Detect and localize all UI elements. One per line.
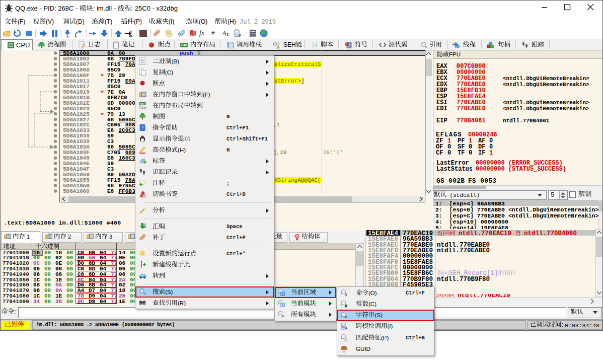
- svg-text:1: 1: [27, 234, 30, 240]
- svg-text:(H): (H): [178, 147, 186, 153]
- svg-text:-: -: [114, 5, 116, 12]
- svg-text::: :: [14, 308, 16, 315]
- svg-text:01: 01: [143, 226, 146, 229]
- svg-text:?: ?: [141, 125, 143, 130]
- svg-text:-: -: [76, 5, 78, 12]
- svg-text:(C): (C): [165, 69, 173, 75]
- svg-text:im.dll: im.dll: [97, 5, 112, 12]
- svg-text:(I): (I): [388, 323, 393, 329]
- svg-text:QQ.exe: QQ.exe: [15, 5, 38, 12]
- svg-text:2: 2: [68, 234, 71, 240]
- svg-text:#: #: [345, 304, 347, 308]
- svg-text:(S): (S): [165, 288, 173, 295]
- svg-text:PID:: PID:: [43, 5, 56, 12]
- svg-text:z: z: [227, 31, 229, 37]
- svg-text:S: S: [141, 30, 145, 37]
- svg-text::: :: [562, 321, 563, 328]
- svg-text:(F): (F): [203, 91, 210, 97]
- svg-text:x32dbg: x32dbg: [156, 5, 178, 12]
- svg-text::: :: [131, 5, 133, 12]
- svg-text:(I): (I): [169, 18, 174, 25]
- svg-text:32: 32: [9, 43, 13, 47]
- svg-text:SEH: SEH: [283, 41, 296, 48]
- svg-text:#: #: [211, 29, 215, 37]
- svg-text:268C: 268C: [58, 5, 73, 12]
- svg-text:(B): (B): [172, 58, 180, 64]
- svg-text:(stdcall): (stdcall): [450, 192, 480, 198]
- svg-text:-: -: [39, 5, 41, 12]
- svg-text:GUID: GUID: [356, 346, 370, 352]
- svg-text:-: -: [153, 5, 155, 12]
- svg-text:fx: fx: [199, 29, 205, 37]
- svg-text:(O): (O): [199, 18, 207, 25]
- svg-text:(T): (T): [105, 18, 112, 25]
- svg-text:(R): (R): [178, 300, 186, 306]
- svg-text:(D): (D): [76, 18, 85, 25]
- svg-text:(H): (H): [228, 18, 236, 25]
- svg-text:(F): (F): [18, 18, 25, 25]
- svg-text:(P): (P): [134, 18, 142, 25]
- svg-text:(C): (C): [368, 301, 376, 307]
- svg-text:(V): (V): [46, 18, 54, 25]
- svg-text:25C0: 25C0: [135, 5, 150, 12]
- svg-text:10: 10: [140, 61, 144, 64]
- svg-text::: :: [93, 5, 95, 12]
- svg-text:“: “: [344, 315, 347, 320]
- svg-text:(S): (S): [375, 312, 383, 318]
- svg-text:(P): (P): [381, 334, 389, 340]
- svg-text:3: 3: [109, 234, 112, 240]
- svg-text:FPU: FPU: [449, 51, 461, 57]
- svg-text:@: @: [143, 106, 146, 109]
- svg-text:<>: <>: [314, 44, 317, 47]
- svg-text:(O): (O): [368, 289, 377, 296]
